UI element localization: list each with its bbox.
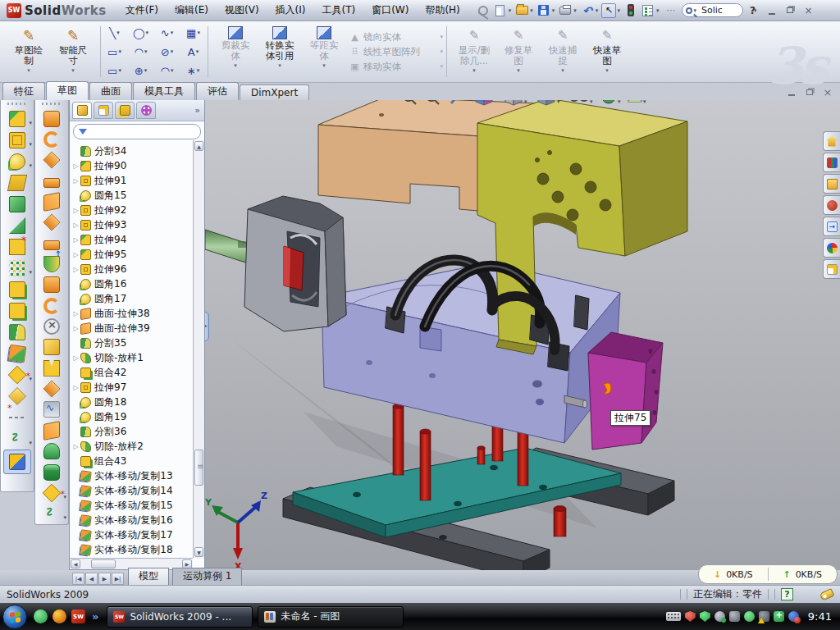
toolbar-button[interactable]: ▾ (1, 172, 34, 194)
expand-arrow-icon[interactable]: ▷ (71, 443, 80, 450)
tag-icon[interactable] (819, 588, 835, 601)
more-tools-icon[interactable]: ⋯ (662, 3, 677, 18)
ribbon-button[interactable]: ✎ 修复草图 ▾ (496, 24, 541, 80)
graphics-viewport[interactable]: X Y Z (205, 100, 840, 570)
options-button[interactable] (641, 3, 655, 18)
toolbar-button[interactable]: ▾ (1, 428, 34, 450)
toolbar-button[interactable]: ▾ (1, 151, 34, 172)
tree-item[interactable]: ▷ 切除-放样1 (71, 350, 193, 365)
tree-item[interactable]: ▷ 组合43 (71, 454, 193, 468)
tree-item[interactable]: ▷ 拉伸93 (71, 217, 193, 232)
apply-scene-icon[interactable]: ▾ (628, 100, 646, 105)
doc-restore-button[interactable] (804, 87, 815, 97)
expand-arrow-icon[interactable]: ▷ (71, 162, 80, 170)
start-button[interactable] (2, 605, 27, 629)
toolbar-button[interactable]: ▾ (35, 129, 68, 149)
toolbar-button[interactable]: ▾ (1, 279, 34, 300)
toolbar-button[interactable]: ▾ (1, 258, 34, 279)
scroll-thumb[interactable] (194, 450, 203, 486)
ribbon-button[interactable]: ✎ 快速捕捉 ▾ (541, 24, 585, 80)
menu-item[interactable]: 视图(V) (217, 1, 267, 20)
tree-filter-box[interactable] (73, 124, 201, 139)
toolbar-button[interactable]: ▾ (1, 130, 34, 151)
toolbar-button[interactable]: ▾ (35, 212, 68, 233)
scroll-down-arrow[interactable]: ▼ (194, 547, 203, 557)
command-tab[interactable]: 评估 (196, 82, 239, 100)
tray-warning-icon[interactable] (759, 611, 769, 622)
select-tool-button[interactable]: ↖ (601, 3, 616, 18)
doc-minimize-button[interactable] (786, 87, 797, 97)
tab-configuration-manager[interactable] (115, 102, 135, 119)
restore-button[interactable] (783, 5, 797, 16)
tab-nav-button[interactable]: ▶ (98, 573, 111, 585)
tree-item[interactable]: ▷ 实体-移动/复制16 (71, 513, 193, 527)
solidworks-launcher-icon[interactable]: SW (71, 609, 85, 623)
command-tab[interactable]: 特征 (2, 82, 45, 100)
toolbar-button[interactable]: ▾ (3, 450, 31, 474)
hide-show-items-icon[interactable]: ▾ (570, 100, 593, 105)
tree-item[interactable]: ▷ 圆角16 (71, 276, 193, 291)
model-tab[interactable]: 运动算例 1 (172, 568, 242, 585)
zoom-area-icon[interactable] (427, 100, 439, 104)
zoom-fit-icon[interactable] (404, 100, 416, 104)
toolbar-button[interactable]: ▾ (35, 441, 68, 462)
input-method-icon[interactable] (666, 612, 681, 621)
messenger-icon[interactable] (34, 609, 48, 623)
tree-item[interactable]: ▷ 实体-移动/复制17 (71, 527, 193, 542)
menu-item[interactable]: 窗口(W) (364, 1, 416, 20)
ribbon-stack-button[interactable]: ⠿ 线性草图阵列 ▾ (349, 46, 445, 58)
ribbon-stack-button[interactable]: ▲ 镜向实体 ▾ (349, 31, 445, 43)
toolbar-button[interactable]: ▾ (35, 253, 68, 274)
toolbar-button[interactable]: ▾ (35, 504, 68, 524)
close-button[interactable]: × (801, 5, 815, 16)
toolbar-button[interactable]: ▾ (1, 194, 34, 215)
panel-chevron[interactable]: » (194, 105, 202, 116)
tab-nav-button[interactable]: ▶| (112, 573, 124, 585)
undo-button[interactable]: ↶ (580, 3, 595, 18)
command-tab[interactable]: 草图 (46, 81, 89, 100)
toolbar-button[interactable]: ▾ (35, 378, 68, 399)
search-box[interactable]: ▾ (682, 3, 743, 17)
menu-item[interactable]: 帮助(H) (418, 1, 467, 20)
sketch-entity-button[interactable]: ▭▾ (103, 43, 127, 62)
expand-arrow-icon[interactable]: ▷ (71, 236, 80, 244)
tab-feature-tree[interactable] (72, 102, 92, 119)
tray-update-icon[interactable] (714, 611, 725, 622)
tree-item[interactable]: ▷ 拉伸94 (71, 232, 193, 247)
toolbar-button[interactable]: ▾ (1, 343, 34, 364)
menu-item[interactable]: 工具(T) (314, 1, 363, 20)
tab-property-manager[interactable] (94, 102, 113, 119)
toolbar-button[interactable]: ▾ (35, 191, 68, 212)
expand-arrow-icon[interactable]: ▷ (71, 221, 80, 229)
ribbon-button[interactable]: ✎ 智能尺寸 ▾ (51, 24, 95, 80)
sketch-entity-button[interactable]: A▾ (181, 43, 206, 62)
expand-arrow-icon[interactable]: ▷ (71, 325, 80, 332)
print-button[interactable] (558, 3, 573, 18)
minimize-button[interactable] (765, 5, 778, 16)
taskbar-window-button[interactable]: SW SolidWorks 2009 - ... (107, 606, 253, 628)
tree-item[interactable]: ▷ 圆角18 (71, 395, 193, 409)
tray-antivirus-icon[interactable] (700, 611, 710, 622)
expand-arrow-icon[interactable]: ▷ (71, 354, 80, 362)
tree-item[interactable]: ▷ 圆角19 (71, 409, 193, 424)
tree-item[interactable]: ▷ 曲面-拉伸39 (71, 321, 193, 336)
toolbar-button[interactable]: ▾ (1, 322, 34, 343)
sketch-entity-button[interactable]: ∿▾ (155, 24, 180, 43)
ribbon-button[interactable]: 剪裁实体 ▾ (213, 24, 258, 80)
sketch-entity-button[interactable]: ⊕▾ (129, 62, 153, 80)
tree-item[interactable]: ▷ 实体-移动/复制13 (71, 468, 193, 483)
toolbar-button[interactable]: ▾ (35, 420, 68, 441)
menu-item[interactable]: 编辑(E) (167, 1, 216, 20)
toolbar-button[interactable]: ▾ (1, 108, 34, 130)
search-input[interactable] (700, 4, 736, 16)
tree-item[interactable]: ▷ 曲面-拉伸38 (71, 306, 193, 321)
toolbar-button[interactable]: ▾ (1, 236, 34, 258)
tree-item[interactable]: ▷ 拉伸90 (71, 158, 193, 173)
tree-item[interactable]: ▷ 实体-移动/复制15 (71, 498, 193, 513)
menu-item[interactable]: 插入(I) (268, 1, 313, 20)
command-tab[interactable]: DimXpert (240, 84, 309, 100)
toolbar-button[interactable]: ▾ (35, 462, 68, 482)
quicklaunch-app-icon[interactable] (52, 609, 66, 623)
expand-arrow-icon[interactable]: ▷ (71, 207, 80, 214)
ribbon-button[interactable]: ✎ 快速草图 ▾ (585, 24, 629, 80)
